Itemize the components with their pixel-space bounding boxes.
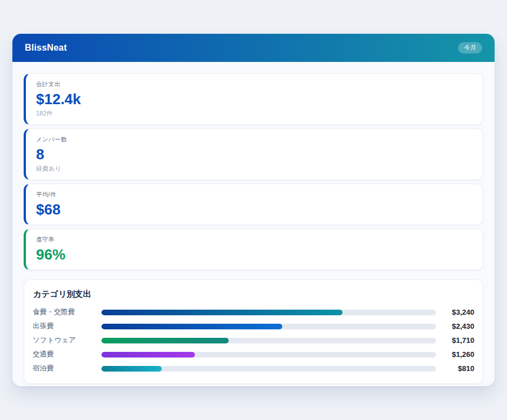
category-value: $810 <box>436 364 474 373</box>
category-label: 食費・交際費 <box>33 307 101 317</box>
month-badge[interactable]: 今月 <box>458 42 482 53</box>
category-value: $1,710 <box>436 336 474 345</box>
category-label: 出張費 <box>33 321 101 331</box>
category-row: 宿泊費 $810 <box>33 361 474 376</box>
category-row: 出張費 $2,430 <box>33 319 474 333</box>
stat-card: 平均/件 $68 <box>24 184 483 225</box>
category-row: 交通費 $1,260 <box>33 347 474 361</box>
stat-value: $12.4k <box>36 91 473 108</box>
stat-sub: 経費あり <box>36 164 473 173</box>
stat-card: 合計支出 $12.4k 182件 <box>24 73 483 125</box>
bar-fill <box>101 366 162 372</box>
stat-label: 合計支出 <box>36 81 473 88</box>
stat-label: 遵守率 <box>36 236 473 244</box>
bar-fill <box>101 338 229 343</box>
app-header: BlissNeat 今月 <box>12 34 495 62</box>
stat-value: 8 <box>36 146 473 163</box>
stat-card: メンバー数 8 経費あり <box>24 128 483 180</box>
stat-label: 平均/件 <box>36 191 473 199</box>
stat-card: 遵守率 96% <box>24 229 483 270</box>
stat-label: メンバー数 <box>36 136 473 144</box>
dashboard-content: 合計支出 $12.4k 182件 メンバー数 8 経費あり 平均/件 $68 遵… <box>12 62 495 386</box>
stat-sub: 182件 <box>36 109 473 118</box>
category-section-title: カテゴリ別支出 <box>33 289 474 300</box>
category-value: $1,260 <box>436 350 474 359</box>
bar-fill <box>101 352 195 358</box>
app-title: BlissNeat <box>25 43 67 53</box>
category-label: 宿泊費 <box>33 364 101 373</box>
bar-track <box>101 310 436 315</box>
category-row: 食費・交際費 $3,240 <box>33 305 474 319</box>
category-value: $3,240 <box>436 308 474 316</box>
stat-value: 96% <box>36 247 473 263</box>
bar-fill <box>101 310 343 315</box>
stat-value: $68 <box>36 202 473 218</box>
category-row: ソフトウェア $1,710 <box>33 333 474 347</box>
bar-track <box>101 324 436 329</box>
app-container: BlissNeat 今月 合計支出 $12.4k 182件 メンバー数 8 経費… <box>12 34 495 386</box>
bar-track <box>101 352 436 358</box>
category-label: 交通費 <box>33 350 101 359</box>
category-label: ソフトウェア <box>33 336 101 345</box>
bar-track <box>101 366 436 372</box>
bar-track <box>101 338 436 343</box>
category-card: カテゴリ別支出 食費・交際費 $3,240 出張費 $2,430 ソフトウェア … <box>24 279 483 384</box>
category-value: $2,430 <box>436 322 474 330</box>
bar-fill <box>101 324 282 329</box>
